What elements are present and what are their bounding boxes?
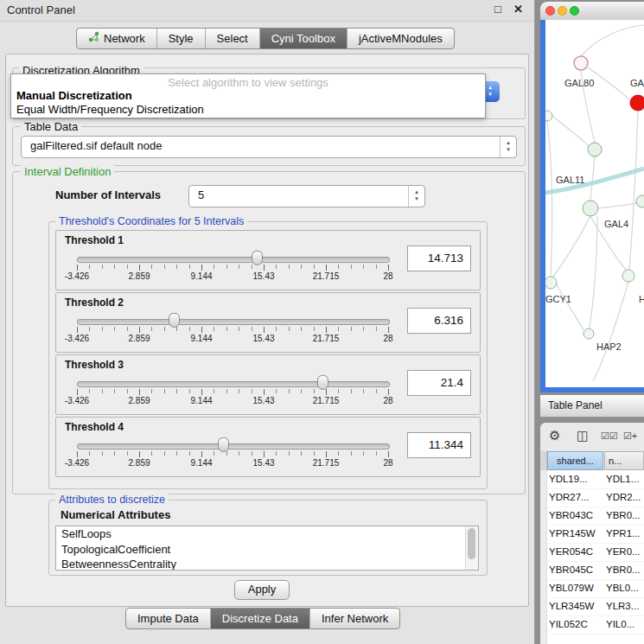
tab-label: jActiveMNodules [359, 29, 443, 48]
threshold-value-field[interactable]: 21.4 [407, 370, 471, 396]
list-item[interactable]: SelfLoops [56, 526, 478, 542]
table-cell[interactable]: YBR0... [606, 561, 644, 578]
scale-label: 21.715 [313, 334, 340, 343]
tab-label: Discretize Data [222, 609, 298, 628]
window-titlebar [540, 2, 644, 21]
node-gal80[interactable] [574, 56, 588, 70]
network-graph: GAL80 GA GAL11 GAL4 GCY1 HAP2 H [545, 20, 644, 387]
list-item[interactable]: TopologicalCoefficient [56, 542, 478, 558]
major-tick [201, 389, 202, 395]
tab-impute-data[interactable]: Impute Data [126, 609, 210, 628]
tab-infer-network[interactable]: Infer Network [309, 609, 399, 628]
threshold-title: Threshold 3 [65, 359, 124, 371]
node[interactable] [636, 195, 644, 207]
table-cell[interactable]: YBR045C [549, 561, 604, 578]
threshold-slider[interactable]: -3.426 2.859 9.144 15.43 21.715 28 [77, 312, 388, 348]
node[interactable] [622, 270, 634, 282]
table-cell[interactable]: YIL0... [606, 615, 644, 633]
major-tick [77, 451, 78, 457]
table-cell[interactable]: YLR345W [549, 597, 604, 615]
slider-track[interactable] [77, 319, 390, 325]
table-cell[interactable]: YPR1... [606, 525, 644, 542]
network-frame: GAL80 GA GAL11 GAL4 GCY1 HAP2 H [540, 20, 644, 392]
threshold-slider[interactable]: -3.426 2.859 9.144 15.43 21.715 28 [77, 437, 388, 473]
table-cell[interactable]: YER0... [606, 543, 644, 560]
node-gal4[interactable] [583, 201, 598, 216]
table-row: YBR045C YBR0... [547, 561, 644, 580]
scale-label: 21.715 [313, 271, 340, 281]
slider-track[interactable] [77, 257, 390, 263]
tab-jactivemnodules[interactable]: jActiveMNodules [347, 29, 454, 48]
apply-button[interactable]: Apply [234, 580, 290, 600]
table-cell[interactable]: YBL079W [549, 579, 604, 596]
algorithm-dropdown-popup: Select algorithm to view settings Manual… [10, 73, 486, 118]
algorithm-option-equal-width[interactable]: Equal Width/Frequency Discretization [11, 103, 485, 117]
threshold-slider[interactable]: -3.426 2.859 9.144 15.43 21.715 28 [77, 250, 388, 286]
close-traffic-light[interactable] [545, 6, 555, 16]
table-cell[interactable]: YLR3... [606, 597, 644, 615]
node-hap2[interactable] [583, 328, 594, 339]
close-icon[interactable]: ✕ [513, 3, 523, 16]
threshold-value-field[interactable]: 6.316 [407, 308, 471, 334]
table-cell[interactable]: YDL19... [549, 470, 604, 488]
table-cell[interactable]: YDL1... [606, 470, 644, 488]
threshold-slider[interactable]: -3.426 2.859 9.144 15.43 21.715 28 [77, 374, 388, 411]
scale-label: -3.426 [65, 396, 89, 405]
table-cell[interactable]: YER054C [549, 543, 604, 560]
float-window-icon[interactable]: □ [494, 3, 501, 16]
scale-label: 2.859 [128, 396, 150, 405]
major-tick [139, 389, 140, 395]
tab-style[interactable]: Style [156, 29, 205, 48]
scale-label: 15.43 [252, 396, 274, 405]
column-header-name[interactable]: n... [604, 451, 644, 470]
scale-label: 9.144 [190, 458, 212, 468]
node-gcy1[interactable] [545, 277, 557, 289]
combobox-stepper-icon: ▴ ▾ [500, 137, 516, 157]
network-canvas[interactable]: GAL80 GA GAL11 GAL4 GCY1 HAP2 H [545, 20, 644, 387]
slider-thumb[interactable] [169, 313, 180, 328]
table-cell[interactable]: YDR27... [549, 488, 604, 506]
slider-thumb[interactable] [252, 251, 263, 265]
table-header-row: shared... n... [540, 451, 644, 470]
tab-cyni-toolbox[interactable]: Cyni Toolbox [259, 29, 347, 48]
node-label: H [639, 294, 644, 304]
number-of-intervals-combobox[interactable]: 5 ▴ ▾ [188, 185, 425, 207]
tab-select[interactable]: Select [205, 29, 259, 48]
table-cell[interactable]: YBL0... [606, 579, 644, 596]
threshold-value-field[interactable]: 14.713 [407, 245, 471, 271]
threshold-panel-2: Threshold 2 -3.426 2.859 9.144 15.43 21.… [55, 292, 481, 353]
scrollbar-thumb[interactable] [468, 528, 475, 559]
tab-discretize-data[interactable]: Discretize Data [210, 609, 309, 628]
select-all-checkbox-icon[interactable]: ☑☑ [601, 430, 618, 442]
node[interactable] [588, 143, 602, 156]
node[interactable] [545, 111, 552, 121]
table-cell[interactable]: YPR145W [549, 525, 604, 542]
node-red-selected[interactable] [630, 95, 644, 111]
slider-thumb[interactable] [218, 437, 229, 452]
threshold-value-field[interactable]: 11.344 [407, 432, 471, 458]
table-cell[interactable]: YBR0... [606, 507, 644, 524]
gear-icon[interactable]: ⚙ [549, 428, 560, 443]
scale-label: 2.859 [128, 271, 150, 281]
slider-track[interactable] [77, 381, 390, 387]
table-cell[interactable]: YIL052C [549, 615, 604, 633]
number-of-intervals-label: Number of Intervals [55, 188, 161, 201]
table-cell[interactable]: YDR2... [606, 488, 644, 506]
columns-icon[interactable]: ◫ [577, 428, 589, 443]
network-icon [88, 29, 99, 48]
tab-label: Network [104, 29, 145, 48]
tab-network[interactable]: Network [77, 29, 156, 48]
zoom-traffic-light[interactable] [570, 6, 579, 16]
list-scrollbar[interactable] [465, 526, 478, 570]
major-tick [201, 451, 202, 457]
list-item[interactable]: BetweennessCentrality [56, 557, 478, 571]
table-data-combobox[interactable]: galFiltered.sif default node ▴ ▾ [21, 136, 517, 158]
algorithm-option-manual[interactable]: Manual Discretization [11, 89, 485, 103]
slider-track[interactable] [77, 443, 390, 450]
slider-thumb[interactable] [317, 375, 328, 390]
minimize-traffic-light[interactable] [558, 6, 567, 16]
column-header-shared-name[interactable]: shared... [547, 451, 603, 470]
node-label: GA [630, 78, 644, 88]
table-cell[interactable]: YBR043C [549, 507, 604, 524]
checkbox-add-icon[interactable]: ☑+ [623, 430, 637, 442]
